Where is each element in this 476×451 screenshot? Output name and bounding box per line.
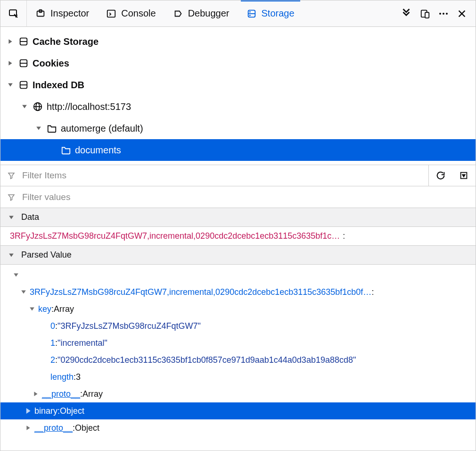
chevron-down-icon bbox=[7, 213, 16, 222]
filter-items-bar bbox=[0, 165, 476, 186]
object-value: "incremental" bbox=[57, 338, 107, 348]
responsive-mode-button[interactable] bbox=[420, 8, 430, 19]
tree-item-cookies[interactable]: Cookies bbox=[0, 52, 476, 74]
tree-item-label: automerge (default) bbox=[61, 123, 143, 134]
tree-item-origin[interactable]: http://localhost:5173 bbox=[0, 96, 476, 117]
storage-category-icon bbox=[18, 36, 29, 47]
tree-item-label: http://localhost:5173 bbox=[47, 101, 131, 112]
chevron-right-icon[interactable] bbox=[24, 407, 33, 415]
tree-item-database[interactable]: automerge (default) bbox=[0, 117, 476, 139]
chevron-down-icon[interactable] bbox=[12, 271, 20, 279]
filter-items-input[interactable] bbox=[18, 170, 428, 181]
object-key: __proto__ bbox=[34, 423, 73, 433]
storage-category-icon bbox=[18, 58, 29, 68]
object-row-binary[interactable]: binary : Object bbox=[0, 402, 476, 419]
section-title: Data bbox=[21, 212, 39, 222]
object-type: Object bbox=[60, 406, 84, 416]
object-row-array-item[interactable]: 2 : "0290cdc2dcebc1ecb3115c3635bf1cb0f85… bbox=[0, 351, 476, 368]
debugger-icon bbox=[173, 8, 183, 19]
meatball-menu-button[interactable] bbox=[438, 8, 449, 19]
tree-item-indexeddb[interactable]: Indexed DB bbox=[0, 74, 476, 96]
section-title: Parsed Value bbox=[21, 250, 72, 260]
svg-rect-0 bbox=[9, 10, 16, 16]
object-row-key[interactable]: key : Array bbox=[0, 301, 476, 317]
object-type: Array bbox=[82, 389, 103, 399]
tab-storage[interactable]: Storage bbox=[238, 0, 303, 26]
filter-icon bbox=[0, 193, 18, 201]
filter-values-bar bbox=[0, 186, 476, 208]
data-key-row[interactable]: 3RFyJzsLsZ7MsbG98rcuZ4FqtGW7,incremental… bbox=[0, 227, 476, 246]
inspector-icon bbox=[35, 8, 46, 19]
globe-icon bbox=[33, 101, 43, 112]
object-row-proto[interactable]: __proto__ : Object bbox=[0, 419, 476, 436]
devtools-toolbar: Inspector Console Debugger Storage bbox=[0, 0, 476, 27]
storage-tree: Cache Storage Cookies Indexed DB http://… bbox=[0, 27, 476, 165]
tree-item-label: Cache Storage bbox=[33, 36, 98, 47]
chevron-right-icon[interactable] bbox=[24, 424, 33, 432]
tab-inspector[interactable]: Inspector bbox=[27, 0, 98, 26]
svg-point-11 bbox=[443, 13, 444, 15]
svg-rect-3 bbox=[107, 10, 115, 17]
object-row-array-item[interactable]: 0 : "3RFyJzsLsZ7MsbG98rcuZ4FqtGW7" bbox=[0, 317, 476, 334]
tab-label: Storage bbox=[262, 8, 295, 19]
close-devtools-button[interactable] bbox=[457, 8, 467, 19]
object-row-proto[interactable]: __proto__ : Array bbox=[0, 385, 476, 402]
tool-tabs: Inspector Console Debugger Storage bbox=[27, 0, 392, 26]
chevron-right-icon[interactable] bbox=[6, 37, 15, 46]
object-key: __proto__ bbox=[42, 389, 80, 399]
object-row-root[interactable]: 3RFyJzsLsZ7MsbG98rcuZ4FqtGW7,incremental… bbox=[0, 284, 467, 301]
folder-icon bbox=[47, 124, 57, 133]
object-row-array-item[interactable]: 1 : "incremental" bbox=[0, 334, 476, 351]
tree-item-label: Cookies bbox=[33, 58, 69, 69]
svg-point-12 bbox=[446, 13, 448, 15]
toolbar-right bbox=[392, 0, 476, 26]
object-value: "0290cdc2dcebc1ecb3115c3635bf1cb0f857ce9… bbox=[57, 355, 356, 365]
chevron-right-icon[interactable] bbox=[32, 390, 40, 398]
object-index: 0 bbox=[50, 321, 55, 331]
chevron-down-icon[interactable] bbox=[20, 102, 29, 111]
colon: : bbox=[371, 287, 374, 297]
overflow-tabs-button[interactable] bbox=[400, 8, 412, 20]
svg-point-10 bbox=[439, 13, 441, 15]
tab-label: Debugger bbox=[188, 8, 230, 19]
filter-icon bbox=[0, 171, 18, 180]
chevron-down-icon[interactable] bbox=[28, 305, 36, 313]
storage-category-icon bbox=[18, 80, 29, 90]
parsed-value-tree: 3RFyJzsLsZ7MsbG98rcuZ4FqtGW7,incremental… bbox=[0, 265, 476, 436]
tab-label: Console bbox=[121, 8, 156, 19]
object-index: 2 bbox=[50, 355, 55, 365]
svg-rect-1 bbox=[37, 11, 44, 16]
object-type: Array bbox=[54, 304, 74, 314]
tree-item-objectstore[interactable]: documents bbox=[0, 139, 476, 161]
object-row-length[interactable]: length : 3 bbox=[0, 368, 476, 385]
object-type: Object bbox=[75, 423, 99, 433]
storage-icon bbox=[246, 8, 257, 19]
svg-point-7 bbox=[249, 15, 250, 16]
svg-rect-9 bbox=[425, 12, 429, 18]
section-header-parsed[interactable]: Parsed Value bbox=[0, 246, 476, 265]
object-value: 3 bbox=[76, 372, 81, 382]
filter-values-input[interactable] bbox=[18, 192, 476, 202]
picker-icon bbox=[8, 8, 19, 19]
tab-console[interactable]: Console bbox=[98, 0, 164, 26]
section-header-data[interactable]: Data bbox=[0, 208, 476, 227]
svg-point-6 bbox=[249, 11, 250, 12]
tab-label: Inspector bbox=[50, 8, 89, 19]
object-key: key bbox=[38, 304, 51, 314]
chevron-down-icon[interactable] bbox=[6, 81, 15, 89]
delete-all-button[interactable] bbox=[452, 165, 476, 186]
chevron-down-icon[interactable] bbox=[34, 124, 43, 133]
object-key: 3RFyJzsLsZ7MsbG98rcuZ4FqtGW7,incremental… bbox=[30, 287, 371, 297]
colon: : bbox=[340, 231, 345, 241]
chevron-down-icon[interactable] bbox=[19, 288, 28, 296]
object-index: 1 bbox=[50, 338, 55, 348]
object-row-root-wrapper[interactable] bbox=[0, 267, 476, 284]
element-picker-button[interactable] bbox=[0, 0, 27, 26]
tab-debugger[interactable]: Debugger bbox=[164, 0, 238, 26]
object-value: "3RFyJzsLsZ7MsbG98rcuZ4FqtGW7" bbox=[57, 321, 201, 331]
refresh-button[interactable] bbox=[428, 165, 452, 186]
folder-icon bbox=[61, 145, 71, 155]
chevron-right-icon[interactable] bbox=[6, 59, 15, 67]
tree-item-cache-storage[interactable]: Cache Storage bbox=[0, 31, 476, 52]
data-key-text: 3RFyJzsLsZ7MsbG98rcuZ4FqtGW7,incremental… bbox=[10, 231, 340, 241]
